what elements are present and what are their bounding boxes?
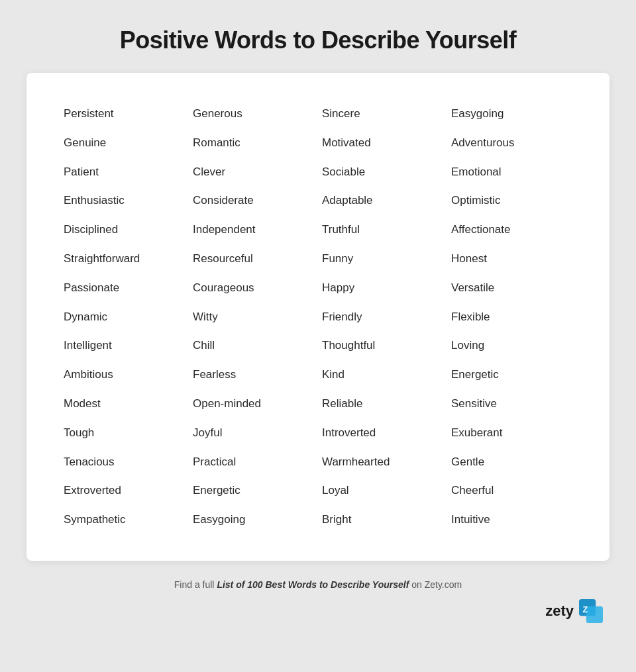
list-item: Dynamic (60, 303, 189, 332)
list-item: Bright (318, 505, 447, 534)
list-item: Introverted (318, 418, 447, 448)
list-item: Enthusiastic (60, 186, 189, 215)
list-item: Practical (189, 448, 318, 477)
list-item: Energetic (447, 360, 576, 389)
zety-logo-text: zety (545, 602, 574, 620)
list-item: Sensitive (447, 389, 576, 418)
list-item: Easygoing (189, 505, 318, 534)
list-item: Open-minded (189, 389, 318, 418)
words-grid: PersistentGenerousSincereEasygoingGenuin… (60, 99, 576, 534)
list-item: Thoughtful (318, 331, 447, 360)
list-item: Kind (318, 360, 447, 389)
list-item: Disciplined (60, 215, 189, 244)
list-item: Affectionate (447, 215, 576, 244)
list-item: Loyal (318, 476, 447, 505)
page-title: Positive Words to Describe Yourself (120, 26, 517, 54)
list-item: Persistent (60, 99, 189, 128)
list-item: Adaptable (318, 186, 447, 215)
list-item: Funny (318, 244, 447, 273)
footer-prefix: Find a full (174, 579, 217, 590)
list-item: Witty (189, 303, 318, 332)
footer-link: List of 100 Best Words to Describe Yours… (217, 579, 409, 590)
list-item: Flexible (447, 303, 576, 332)
list-item: Loving (447, 331, 576, 360)
list-item: Motivated (318, 128, 447, 158)
list-item: Straightforward (60, 244, 189, 273)
list-item: Passionate (60, 273, 189, 303)
list-item: Honest (447, 244, 576, 273)
list-item: Energetic (189, 476, 318, 505)
list-item: Fearless (189, 360, 318, 389)
list-item: Truthful (318, 215, 447, 244)
list-item: Intelligent (60, 331, 189, 360)
svg-rect-1 (586, 606, 603, 623)
list-item: Reliable (318, 389, 447, 418)
list-item: Considerate (189, 186, 318, 215)
list-item: Warmhearted (318, 448, 447, 477)
list-item: Cheerful (447, 476, 576, 505)
list-item: Extroverted (60, 476, 189, 505)
list-item: Sympathetic (60, 505, 189, 534)
list-item: Gentle (447, 448, 576, 477)
list-item: Modest (60, 389, 189, 418)
list-item: Patient (60, 158, 189, 187)
list-item: Joyful (189, 418, 318, 448)
list-item: Tough (60, 418, 189, 448)
footer-suffix: on Zety.com (409, 579, 462, 590)
list-item: Independent (189, 215, 318, 244)
list-item: Emotional (447, 158, 576, 187)
list-item: Resourceful (189, 244, 318, 273)
zety-logo-icon: Z (579, 599, 603, 623)
list-item: Intuitive (447, 505, 576, 534)
list-item: Adventurous (447, 128, 576, 158)
list-item: Generous (189, 99, 318, 128)
list-item: Ambitious (60, 360, 189, 389)
list-item: Sociable (318, 158, 447, 187)
list-item: Easygoing (447, 99, 576, 128)
list-item: Happy (318, 273, 447, 303)
footer-text: Find a full List of 100 Best Words to De… (174, 579, 462, 590)
list-item: Friendly (318, 303, 447, 332)
content-card: PersistentGenerousSincereEasygoingGenuin… (26, 73, 610, 561)
list-item: Clever (189, 158, 318, 187)
list-item: Optimistic (447, 186, 576, 215)
list-item: Versatile (447, 273, 576, 303)
zety-brand: zety Z (545, 599, 603, 623)
svg-text:Z: Z (582, 605, 588, 614)
list-item: Genuine (60, 128, 189, 158)
list-item: Chill (189, 331, 318, 360)
list-item: Romantic (189, 128, 318, 158)
list-item: Sincere (318, 99, 447, 128)
list-item: Tenacious (60, 448, 189, 477)
list-item: Exuberant (447, 418, 576, 448)
list-item: Courageous (189, 273, 318, 303)
